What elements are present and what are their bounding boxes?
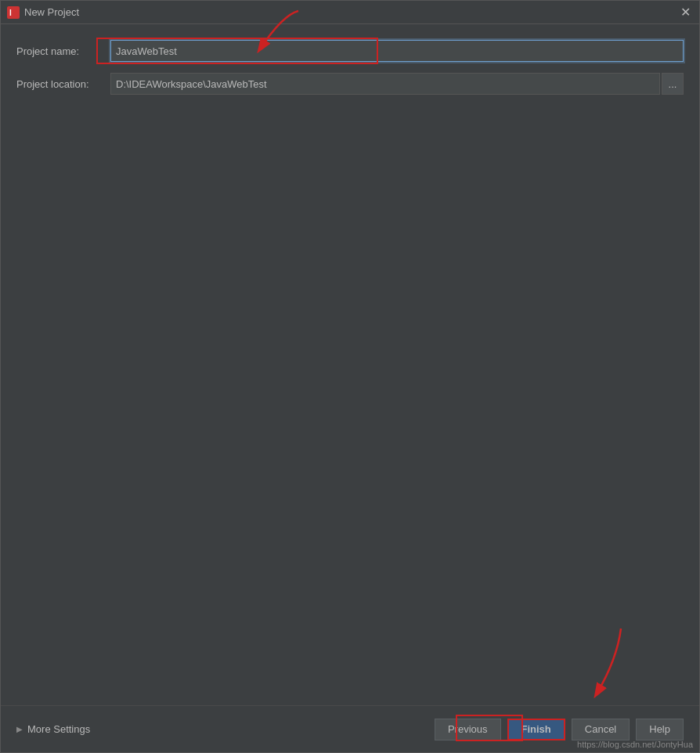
- more-settings-arrow-icon: ▶: [16, 725, 23, 733]
- app-icon: I: [7, 6, 20, 19]
- window-title: New Project: [24, 6, 677, 18]
- watermark: https://blog.csdn.net/JontyHua: [577, 740, 693, 749]
- previous-button[interactable]: Previous: [435, 719, 501, 740]
- finish-button[interactable]: Finish: [507, 719, 565, 740]
- help-button[interactable]: Help: [636, 719, 684, 740]
- footer-buttons: Previous Finish Cancel Help: [435, 719, 684, 740]
- browse-button[interactable]: ...: [662, 73, 684, 95]
- content-area: Project name: Project location: ...: [1, 24, 699, 705]
- new-project-dialog: I New Project ✕ Project name: Project lo…: [0, 0, 700, 753]
- project-name-label: Project name:: [16, 45, 110, 57]
- title-bar: I New Project ✕: [1, 1, 699, 24]
- cancel-button[interactable]: Cancel: [572, 719, 630, 740]
- svg-text:I: I: [9, 9, 12, 17]
- project-name-row: Project name:: [16, 40, 684, 62]
- more-settings-label: More Settings: [27, 723, 90, 735]
- main-body: [16, 106, 684, 705]
- project-location-row: Project location: ...: [16, 73, 684, 95]
- project-location-input[interactable]: [110, 73, 660, 95]
- project-name-input[interactable]: [110, 40, 684, 62]
- project-location-label: Project location:: [16, 78, 110, 90]
- close-button[interactable]: ✕: [677, 5, 693, 20]
- more-settings-toggle[interactable]: ▶ More Settings: [16, 723, 90, 735]
